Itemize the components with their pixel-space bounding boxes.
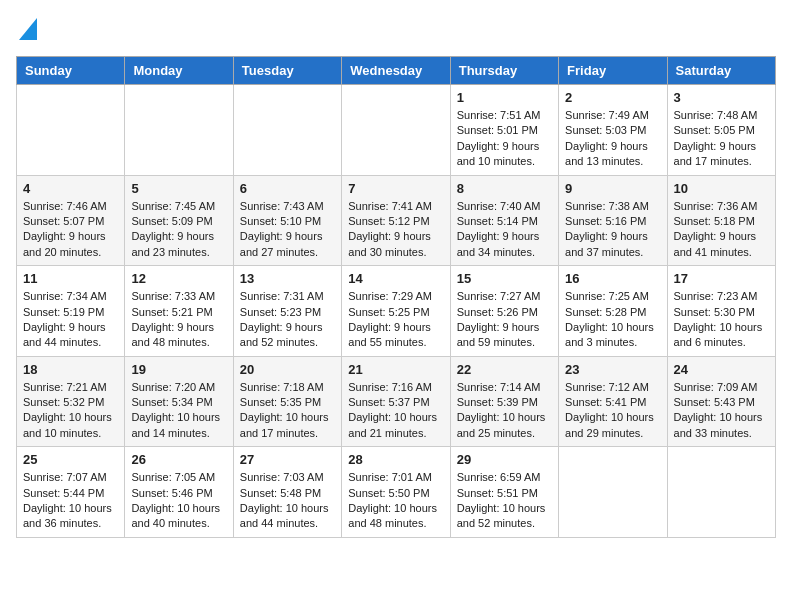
calendar-cell: 25Sunrise: 7:07 AM Sunset: 5:44 PM Dayli…: [17, 447, 125, 538]
calendar-cell: 23Sunrise: 7:12 AM Sunset: 5:41 PM Dayli…: [559, 356, 667, 447]
calendar-cell: 10Sunrise: 7:36 AM Sunset: 5:18 PM Dayli…: [667, 175, 775, 266]
calendar-cell: 9Sunrise: 7:38 AM Sunset: 5:16 PM Daylig…: [559, 175, 667, 266]
day-info: Sunrise: 7:36 AM Sunset: 5:18 PM Dayligh…: [674, 199, 769, 261]
calendar-cell: 15Sunrise: 7:27 AM Sunset: 5:26 PM Dayli…: [450, 266, 558, 357]
day-info: Sunrise: 7:46 AM Sunset: 5:07 PM Dayligh…: [23, 199, 118, 261]
calendar-table: SundayMondayTuesdayWednesdayThursdayFrid…: [16, 56, 776, 538]
day-number: 5: [131, 181, 226, 196]
day-number: 4: [23, 181, 118, 196]
day-info: Sunrise: 7:41 AM Sunset: 5:12 PM Dayligh…: [348, 199, 443, 261]
day-number: 12: [131, 271, 226, 286]
day-number: 6: [240, 181, 335, 196]
day-number: 22: [457, 362, 552, 377]
day-number: 2: [565, 90, 660, 105]
day-number: 29: [457, 452, 552, 467]
calendar-cell: 18Sunrise: 7:21 AM Sunset: 5:32 PM Dayli…: [17, 356, 125, 447]
day-info: Sunrise: 7:38 AM Sunset: 5:16 PM Dayligh…: [565, 199, 660, 261]
day-number: 20: [240, 362, 335, 377]
day-number: 10: [674, 181, 769, 196]
day-number: 28: [348, 452, 443, 467]
day-number: 18: [23, 362, 118, 377]
day-info: Sunrise: 6:59 AM Sunset: 5:51 PM Dayligh…: [457, 470, 552, 532]
col-header-monday: Monday: [125, 57, 233, 85]
calendar-cell: [342, 85, 450, 176]
calendar-cell: 22Sunrise: 7:14 AM Sunset: 5:39 PM Dayli…: [450, 356, 558, 447]
day-info: Sunrise: 7:25 AM Sunset: 5:28 PM Dayligh…: [565, 289, 660, 351]
calendar-cell: 3Sunrise: 7:48 AM Sunset: 5:05 PM Daylig…: [667, 85, 775, 176]
calendar-week-row: 11Sunrise: 7:34 AM Sunset: 5:19 PM Dayli…: [17, 266, 776, 357]
logo: [16, 16, 37, 44]
day-number: 21: [348, 362, 443, 377]
calendar-cell: 24Sunrise: 7:09 AM Sunset: 5:43 PM Dayli…: [667, 356, 775, 447]
calendar-cell: 5Sunrise: 7:45 AM Sunset: 5:09 PM Daylig…: [125, 175, 233, 266]
calendar-week-row: 4Sunrise: 7:46 AM Sunset: 5:07 PM Daylig…: [17, 175, 776, 266]
calendar-cell: [667, 447, 775, 538]
day-info: Sunrise: 7:14 AM Sunset: 5:39 PM Dayligh…: [457, 380, 552, 442]
day-info: Sunrise: 7:29 AM Sunset: 5:25 PM Dayligh…: [348, 289, 443, 351]
day-info: Sunrise: 7:33 AM Sunset: 5:21 PM Dayligh…: [131, 289, 226, 351]
day-info: Sunrise: 7:34 AM Sunset: 5:19 PM Dayligh…: [23, 289, 118, 351]
day-number: 14: [348, 271, 443, 286]
day-number: 19: [131, 362, 226, 377]
day-number: 7: [348, 181, 443, 196]
calendar-header-row: SundayMondayTuesdayWednesdayThursdayFrid…: [17, 57, 776, 85]
day-number: 26: [131, 452, 226, 467]
calendar-cell: 13Sunrise: 7:31 AM Sunset: 5:23 PM Dayli…: [233, 266, 341, 357]
day-number: 25: [23, 452, 118, 467]
day-info: Sunrise: 7:49 AM Sunset: 5:03 PM Dayligh…: [565, 108, 660, 170]
calendar-cell: [233, 85, 341, 176]
calendar-cell: 28Sunrise: 7:01 AM Sunset: 5:50 PM Dayli…: [342, 447, 450, 538]
day-number: 27: [240, 452, 335, 467]
day-number: 15: [457, 271, 552, 286]
calendar-cell: 2Sunrise: 7:49 AM Sunset: 5:03 PM Daylig…: [559, 85, 667, 176]
calendar-cell: 16Sunrise: 7:25 AM Sunset: 5:28 PM Dayli…: [559, 266, 667, 357]
day-number: 17: [674, 271, 769, 286]
calendar-cell: 1Sunrise: 7:51 AM Sunset: 5:01 PM Daylig…: [450, 85, 558, 176]
calendar-cell: 8Sunrise: 7:40 AM Sunset: 5:14 PM Daylig…: [450, 175, 558, 266]
calendar-cell: 21Sunrise: 7:16 AM Sunset: 5:37 PM Dayli…: [342, 356, 450, 447]
calendar-week-row: 25Sunrise: 7:07 AM Sunset: 5:44 PM Dayli…: [17, 447, 776, 538]
day-info: Sunrise: 7:12 AM Sunset: 5:41 PM Dayligh…: [565, 380, 660, 442]
page-header: [16, 16, 776, 44]
day-info: Sunrise: 7:07 AM Sunset: 5:44 PM Dayligh…: [23, 470, 118, 532]
day-info: Sunrise: 7:01 AM Sunset: 5:50 PM Dayligh…: [348, 470, 443, 532]
calendar-cell: [559, 447, 667, 538]
calendar-cell: 4Sunrise: 7:46 AM Sunset: 5:07 PM Daylig…: [17, 175, 125, 266]
col-header-friday: Friday: [559, 57, 667, 85]
day-info: Sunrise: 7:16 AM Sunset: 5:37 PM Dayligh…: [348, 380, 443, 442]
calendar-cell: 11Sunrise: 7:34 AM Sunset: 5:19 PM Dayli…: [17, 266, 125, 357]
col-header-thursday: Thursday: [450, 57, 558, 85]
calendar-cell: 29Sunrise: 6:59 AM Sunset: 5:51 PM Dayli…: [450, 447, 558, 538]
day-info: Sunrise: 7:27 AM Sunset: 5:26 PM Dayligh…: [457, 289, 552, 351]
day-info: Sunrise: 7:20 AM Sunset: 5:34 PM Dayligh…: [131, 380, 226, 442]
day-info: Sunrise: 7:23 AM Sunset: 5:30 PM Dayligh…: [674, 289, 769, 351]
day-info: Sunrise: 7:31 AM Sunset: 5:23 PM Dayligh…: [240, 289, 335, 351]
day-number: 9: [565, 181, 660, 196]
day-info: Sunrise: 7:09 AM Sunset: 5:43 PM Dayligh…: [674, 380, 769, 442]
day-info: Sunrise: 7:40 AM Sunset: 5:14 PM Dayligh…: [457, 199, 552, 261]
day-info: Sunrise: 7:03 AM Sunset: 5:48 PM Dayligh…: [240, 470, 335, 532]
day-info: Sunrise: 7:05 AM Sunset: 5:46 PM Dayligh…: [131, 470, 226, 532]
col-header-wednesday: Wednesday: [342, 57, 450, 85]
calendar-cell: 6Sunrise: 7:43 AM Sunset: 5:10 PM Daylig…: [233, 175, 341, 266]
day-info: Sunrise: 7:18 AM Sunset: 5:35 PM Dayligh…: [240, 380, 335, 442]
day-info: Sunrise: 7:43 AM Sunset: 5:10 PM Dayligh…: [240, 199, 335, 261]
day-info: Sunrise: 7:45 AM Sunset: 5:09 PM Dayligh…: [131, 199, 226, 261]
svg-marker-0: [19, 18, 37, 40]
day-number: 8: [457, 181, 552, 196]
calendar-cell: 26Sunrise: 7:05 AM Sunset: 5:46 PM Dayli…: [125, 447, 233, 538]
day-number: 24: [674, 362, 769, 377]
day-number: 16: [565, 271, 660, 286]
col-header-sunday: Sunday: [17, 57, 125, 85]
calendar-cell: 17Sunrise: 7:23 AM Sunset: 5:30 PM Dayli…: [667, 266, 775, 357]
day-info: Sunrise: 7:48 AM Sunset: 5:05 PM Dayligh…: [674, 108, 769, 170]
calendar-cell: 12Sunrise: 7:33 AM Sunset: 5:21 PM Dayli…: [125, 266, 233, 357]
day-number: 13: [240, 271, 335, 286]
calendar-cell: [125, 85, 233, 176]
calendar-cell: 27Sunrise: 7:03 AM Sunset: 5:48 PM Dayli…: [233, 447, 341, 538]
col-header-saturday: Saturday: [667, 57, 775, 85]
col-header-tuesday: Tuesday: [233, 57, 341, 85]
day-info: Sunrise: 7:21 AM Sunset: 5:32 PM Dayligh…: [23, 380, 118, 442]
calendar-cell: 20Sunrise: 7:18 AM Sunset: 5:35 PM Dayli…: [233, 356, 341, 447]
day-number: 1: [457, 90, 552, 105]
